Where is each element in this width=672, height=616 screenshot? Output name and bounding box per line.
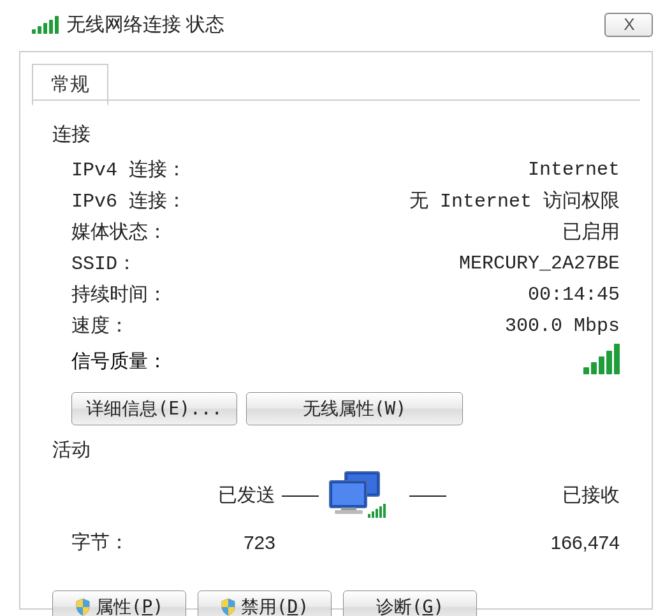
connection-section-title: 连接 xyxy=(52,121,620,147)
network-computers-icon xyxy=(323,469,393,520)
panel-body: 连接 IPv4 连接： Internet IPv6 连接： 无 Internet… xyxy=(52,116,620,596)
sent-label: 已发送 xyxy=(186,482,282,508)
disable-button-label: 禁用(D) xyxy=(241,595,309,616)
svg-rect-10 xyxy=(383,504,386,518)
row-ipv6: IPv6 连接： 无 Internet 访问权限 xyxy=(52,185,620,216)
duration-value: 00:14:45 xyxy=(528,284,620,305)
row-signal: 信号质量： xyxy=(52,341,620,379)
svg-rect-3 xyxy=(332,483,364,505)
close-icon: X xyxy=(624,15,633,34)
media-value: 已启用 xyxy=(562,219,620,245)
svg-rect-5 xyxy=(335,510,363,514)
window-title: 无线网络连接 状态 xyxy=(66,11,224,38)
duration-label: 持续时间： xyxy=(71,281,167,307)
network-activity-icon-cell xyxy=(307,469,409,520)
activity-section-title: 活动 xyxy=(52,437,620,463)
dash-right: —— xyxy=(409,484,435,506)
ipv6-value: 无 Internet 访问权限 xyxy=(409,187,620,214)
speed-value: 300.0 Mbps xyxy=(505,315,620,337)
disable-button[interactable]: 禁用(D) xyxy=(198,590,332,616)
wifi-signal-icon xyxy=(32,16,59,34)
ipv6-label: IPv6 连接： xyxy=(71,187,186,214)
wifi-status-dialog: 无线网络连接 状态 X 常规 连接 IPv4 连接： Internet IPv6… xyxy=(0,0,672,616)
signal-strength-icon xyxy=(583,344,620,374)
properties-button-label: 属性(P) xyxy=(96,595,164,616)
properties-button[interactable]: 属性(P) xyxy=(52,590,186,616)
svg-rect-7 xyxy=(372,511,374,518)
svg-rect-8 xyxy=(376,509,378,518)
media-label: 媒体状态： xyxy=(71,219,167,245)
svg-rect-4 xyxy=(341,508,356,510)
tab-strip: 常规 xyxy=(32,51,640,93)
titlebar: 无线网络连接 状态 X xyxy=(0,0,672,44)
titlebar-left: 无线网络连接 状态 xyxy=(32,11,224,38)
wireless-properties-label: 无线属性(W) xyxy=(303,397,407,421)
activity-grid: 已发送 —— xyxy=(52,469,620,555)
details-button[interactable]: 详细信息(E)... xyxy=(71,392,237,425)
shield-icon xyxy=(75,598,91,616)
diagnose-button-label: 诊断(G) xyxy=(376,595,444,616)
svg-rect-9 xyxy=(379,506,382,518)
shield-icon xyxy=(221,598,236,616)
details-button-label: 详细信息(E)... xyxy=(86,397,222,421)
dash-left: —— xyxy=(282,484,307,506)
row-duration: 持续时间： 00:14:45 xyxy=(52,279,620,310)
tab-underline xyxy=(32,99,640,101)
bottom-button-row: 属性(P) 禁用(D) 诊断(G) xyxy=(52,590,620,616)
row-speed: 速度： 300.0 Mbps xyxy=(52,310,620,341)
diagnose-button[interactable]: 诊断(G) xyxy=(343,590,477,616)
connection-buttons: 详细信息(E)... 无线属性(W) xyxy=(71,392,620,425)
speed-label: 速度： xyxy=(71,312,129,339)
bytes-sent-value: 723 xyxy=(186,532,282,554)
row-ipv4: IPv4 连接： Internet xyxy=(52,154,620,185)
ssid-value: MERCURY_2A27BE xyxy=(459,253,620,274)
row-ssid: SSID： MERCURY_2A27BE xyxy=(52,247,620,279)
ipv4-value: Internet xyxy=(528,159,620,180)
ipv4-label: IPv4 连接： xyxy=(71,156,186,182)
svg-rect-6 xyxy=(368,514,370,518)
wireless-properties-button[interactable]: 无线属性(W) xyxy=(246,392,463,425)
bytes-label: 字节： xyxy=(71,529,186,555)
bytes-received-value: 166,474 xyxy=(435,532,620,554)
activity-section: 活动 已发送 —— xyxy=(52,437,620,555)
received-label: 已接收 xyxy=(435,482,620,508)
tab-general-label: 常规 xyxy=(51,73,89,94)
ssid-label: SSID： xyxy=(71,250,136,276)
signal-label: 信号质量： xyxy=(71,348,167,374)
close-button[interactable]: X xyxy=(604,13,653,37)
content-frame: 常规 连接 IPv4 连接： Internet IPv6 连接： 无 Inter… xyxy=(19,51,653,610)
row-media: 媒体状态： 已启用 xyxy=(52,216,620,247)
